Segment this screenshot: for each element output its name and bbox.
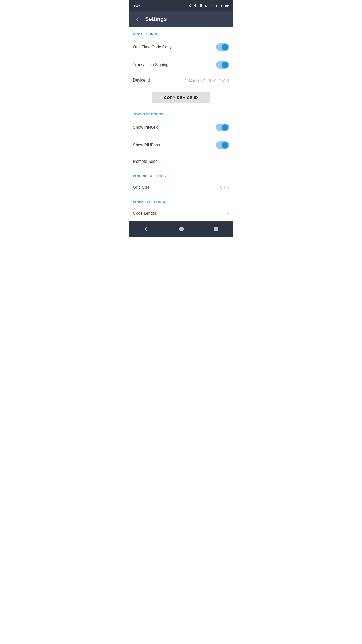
one-time-code-toggle[interactable]	[216, 43, 229, 51]
copy-button-container: COPY DEVICE ID	[129, 88, 233, 107]
back-nav-button[interactable]	[142, 224, 152, 234]
download-icon	[204, 4, 208, 8]
code-length-item: Code Length 6	[129, 206, 233, 221]
code-length-label: Code Length	[133, 211, 156, 216]
pingrid-settings-section: PINGRID SETTINGS Grid Size 6 x 6	[129, 169, 233, 195]
show-pingrid-toggle[interactable]	[216, 124, 229, 131]
pinpass-settings-divider	[133, 206, 229, 206]
token-settings-header: TOKEN SETTINGS	[129, 107, 233, 118]
transaction-signing-toggle[interactable]	[216, 61, 229, 69]
show-pinpass-label: Show PINPass	[133, 143, 160, 147]
transaction-signing-item: Transaction Signing	[129, 56, 233, 74]
grid-size-item: Grid Size 6 x 6	[129, 180, 233, 195]
status-icons: ●	[188, 4, 229, 8]
device-id-row: Device Id 2344 0771 0052 1513	[133, 78, 229, 84]
copy-device-id-button[interactable]: COPY DEVICE ID	[152, 92, 210, 103]
app-settings-divider	[133, 38, 229, 38]
remote-seed-item: Remote Seed	[129, 154, 233, 169]
shield-icon	[193, 4, 197, 8]
token-settings-divider	[133, 118, 229, 118]
battery-icon	[225, 4, 229, 8]
token-settings-section: TOKEN SETTINGS Show PINGrid Show PINPass…	[129, 107, 233, 169]
one-time-code-slider	[216, 43, 229, 51]
svg-point-3	[179, 227, 184, 231]
show-pingrid-item: Show PINGrid	[129, 118, 233, 136]
remote-seed-label: Remote Seed	[133, 159, 158, 164]
device-id-value: 2344 0771 0052 1513	[185, 78, 229, 84]
svg-rect-1	[225, 5, 228, 6]
notification-dot-icon: ●	[209, 4, 213, 8]
grid-size-label: Grid Size	[133, 185, 150, 190]
settings-content: APP SETTINGS One Time Code Copy Transact…	[129, 27, 233, 221]
pinpass-settings-header: PINPASS SETTINGS	[129, 195, 233, 206]
bottom-nav	[129, 221, 233, 237]
wifi-icon	[214, 4, 218, 8]
status-time: 9:46	[133, 4, 140, 8]
status-bar: 9:46 ●	[129, 0, 233, 11]
transaction-signing-slider	[216, 61, 229, 69]
app-settings-header: APP SETTINGS	[129, 27, 233, 38]
show-pinpass-item: Show PINPass	[129, 136, 233, 154]
home-nav-button[interactable]	[177, 224, 186, 234]
signal-icon	[220, 4, 224, 8]
show-pinpass-toggle[interactable]	[216, 141, 229, 149]
show-pinpass-slider	[216, 141, 229, 149]
device-id-item: Device Id 2344 0771 0052 1513	[129, 74, 233, 88]
pinpass-settings-section: PINPASS SETTINGS Code Length 6	[129, 195, 233, 221]
app-bar: Settings	[129, 11, 233, 27]
show-pingrid-label: Show PINGrid	[133, 125, 158, 130]
one-time-code-item: One Time Code Copy	[129, 38, 233, 56]
grid-size-value: 6 x 6	[220, 185, 229, 190]
show-pingrid-slider	[216, 124, 229, 131]
gear-icon	[188, 4, 192, 8]
back-button[interactable]	[133, 14, 143, 24]
recent-nav-button[interactable]	[211, 224, 220, 233]
svg-rect-4	[214, 227, 218, 231]
device-id-label: Device Id	[133, 78, 150, 83]
transaction-signing-label: Transaction Signing	[133, 63, 168, 67]
page-title: Settings	[145, 16, 167, 22]
pingrid-settings-header: PINGRID SETTINGS	[129, 169, 233, 180]
one-time-code-label: One Time Code Copy	[133, 45, 172, 49]
app-settings-section: APP SETTINGS One Time Code Copy Transact…	[129, 27, 233, 107]
svg-rect-2	[229, 5, 229, 6]
pingrid-settings-divider	[133, 180, 229, 180]
code-length-value: 6	[227, 211, 229, 216]
sd-card-icon	[199, 4, 203, 8]
